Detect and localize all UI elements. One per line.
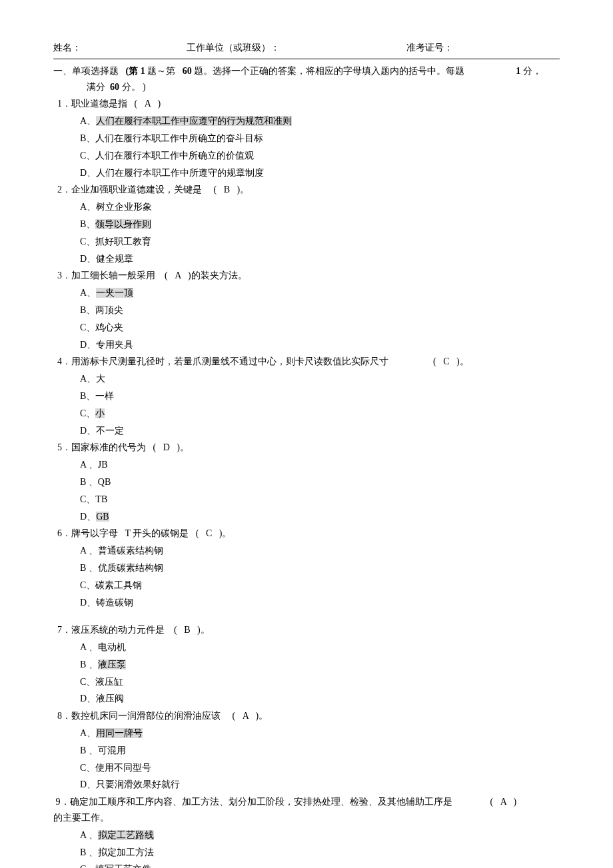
q5-opt-b: B 、QB bbox=[80, 474, 560, 490]
exam-no-label: 准考证号： bbox=[406, 40, 453, 56]
q8-opt-b: B 、可混用 bbox=[80, 743, 560, 759]
q7-opt-a: A 、电动机 bbox=[80, 640, 560, 655]
paren-close: )。 bbox=[256, 711, 269, 721]
section-text: 1 bbox=[141, 66, 145, 76]
section-text: 1 bbox=[516, 66, 520, 76]
section-text: 题～第 bbox=[147, 66, 175, 76]
q4-options: A、大 B、一样 C、小 D、不一定 bbox=[80, 371, 560, 438]
q2-answer: B bbox=[224, 185, 230, 195]
q7-opt-c: C、液压缸 bbox=[80, 674, 560, 690]
q8-stem: 8．数控机床同一润滑部位的润滑油应该 bbox=[57, 711, 221, 721]
section-text: (第 bbox=[126, 66, 139, 76]
q2-opt-d: D、健全规章 bbox=[80, 251, 560, 267]
opt-prefix: C、 bbox=[80, 408, 95, 418]
question-9: 9．确定加工顺序和工序内容、加工方法、划分加工阶段，安排热处理、检验、及其他辅助… bbox=[53, 794, 560, 826]
q6-opt-d: D、铸造碳钢 bbox=[80, 595, 560, 611]
question-7: 7．液压系统的动力元件是 ( B )。 bbox=[57, 622, 560, 638]
q5-answer: D bbox=[163, 442, 170, 452]
section-title: 一、单项选择题 (第 1 题～第 60 题。选择一个正确的答案，将相应的字母填入… bbox=[53, 63, 560, 95]
q3-options: A、一夹一顶 B、两顶尖 C、鸡心夹 D、专用夹具 bbox=[80, 285, 560, 352]
paren-close: )。 bbox=[219, 528, 232, 538]
q2-stem: 2．企业加强职业道德建设，关键是 bbox=[57, 185, 202, 195]
section-text: 分。 ) bbox=[122, 82, 146, 92]
question-5: 5．国家标准的代号为 ( D )。 bbox=[57, 440, 560, 456]
question-6: 6．牌号以字母 T 开头的碳钢是 ( C )。 bbox=[57, 526, 560, 542]
q5-stem: 5．国家标准的代号为 bbox=[57, 442, 146, 452]
q8-opt-d: D、只要润滑效果好就行 bbox=[80, 777, 560, 793]
q9-opt-a: A 、拟定工艺路线 bbox=[80, 827, 560, 843]
q6-answer: C bbox=[206, 528, 212, 538]
q7-opt-b: B 、液压泵 bbox=[80, 657, 560, 673]
question-3: 3．加工细长轴一般采用 ( A )的装夹方法。 bbox=[57, 268, 560, 284]
q3-opt-c: C、鸡心夹 bbox=[80, 320, 560, 336]
opt-prefix: B、 bbox=[80, 219, 95, 229]
opt-text-highlight: 小 bbox=[95, 408, 105, 418]
question-1: 1．职业道德是指 ( A ) bbox=[57, 96, 560, 112]
q8-answer: A bbox=[243, 711, 249, 721]
opt-prefix: A、 bbox=[80, 116, 96, 126]
paren-close: ) bbox=[158, 99, 161, 109]
paren-open: ( bbox=[196, 528, 199, 538]
q2-opt-c: C、抓好职工教育 bbox=[80, 234, 560, 250]
q6-stem: 6．牌号以字母 bbox=[57, 528, 118, 538]
q6-options: A 、普通碳素结构钢 B 、优质碳素结构钢 C、碳素工具钢 D、铸造碳钢 bbox=[80, 543, 560, 610]
q3-opt-b: B、两顶尖 bbox=[80, 302, 560, 318]
exam-header: 姓名： 工作单位（或班级）： 准考证号： bbox=[53, 40, 560, 56]
opt-text-highlight: 拟定工艺路线 bbox=[98, 830, 154, 840]
paren-close: )。 bbox=[197, 625, 210, 635]
q9-stem: 9．确定加工顺序和工序内容、加工方法、划分加工阶段，安排热处理、检验、及其他辅助… bbox=[56, 797, 452, 807]
paren-open: ( bbox=[433, 356, 436, 366]
q1-answer: A bbox=[145, 99, 151, 109]
q4-opt-c: C、小 bbox=[80, 406, 560, 422]
section-text: 分， bbox=[523, 66, 542, 76]
q3-opt-a: A、一夹一顶 bbox=[80, 285, 560, 301]
q5-opt-d: D、GB bbox=[80, 509, 560, 525]
q1-opt-b: B、人们在履行本职工作中所确立的奋斗目标 bbox=[80, 131, 560, 147]
q4-stem: 4．用游标卡尺测量孔径时，若量爪测量线不通过中心，则卡尺读数值比实际尺寸 bbox=[57, 356, 388, 366]
opt-prefix: B 、 bbox=[80, 659, 98, 669]
section-text: 满分 bbox=[87, 82, 105, 92]
q9-tail: 的主要工作。 bbox=[53, 813, 109, 823]
opt-text-highlight: GB bbox=[96, 512, 109, 522]
q7-opt-d: D、液压阀 bbox=[80, 691, 560, 707]
paren-open: ( bbox=[153, 442, 157, 452]
q1-opt-a: A、人们在履行本职工作中应遵守的行为规范和准则 bbox=[80, 113, 560, 129]
q4-opt-d: D、不一定 bbox=[80, 423, 560, 439]
q6-stem2: T 开头的碳钢是 bbox=[125, 528, 189, 538]
section-text: 60 bbox=[183, 66, 192, 76]
section-text: 60 bbox=[110, 82, 119, 92]
q4-opt-b: B、一样 bbox=[80, 388, 560, 404]
opt-prefix: A、 bbox=[80, 288, 96, 298]
opt-text-highlight: 领导以身作则 bbox=[95, 219, 151, 229]
question-2: 2．企业加强职业道德建设，关键是 ( B )。 bbox=[57, 182, 560, 198]
paren-close: )。 bbox=[177, 442, 189, 452]
header-divider bbox=[53, 59, 560, 59]
q1-options: A、人们在履行本职工作中应遵守的行为规范和准则 B、人们在履行本职工作中所确立的… bbox=[80, 113, 560, 181]
q3-opt-d: D、专用夹具 bbox=[80, 337, 560, 353]
q2-opt-b: B、领导以身作则 bbox=[80, 217, 560, 232]
q7-stem: 7．液压系统的动力元件是 bbox=[57, 625, 165, 635]
question-8: 8．数控机床同一润滑部位的润滑油应该 ( A )。 bbox=[57, 708, 560, 724]
q9-options: A 、拟定工艺路线 B 、拟定加工方法 C、填写工艺文件 bbox=[80, 827, 560, 868]
q1-opt-c: C、人们在履行本职工作中所确立的价值观 bbox=[80, 148, 560, 164]
paren-close: )的装夹方法。 bbox=[188, 270, 247, 280]
paren-open: ( bbox=[214, 185, 217, 195]
opt-text-highlight: 一夹一顶 bbox=[96, 288, 133, 298]
q3-stem: 3．加工细长轴一般采用 bbox=[57, 270, 155, 280]
q4-answer: C bbox=[443, 356, 449, 366]
q6-opt-b: B 、优质碳素结构钢 bbox=[80, 560, 560, 576]
q8-options: A、用同一牌号 B 、可混用 C、使用不同型号 D、只要润滑效果好就行 bbox=[80, 725, 560, 793]
q3-answer: A bbox=[175, 270, 181, 280]
opt-prefix: A 、 bbox=[80, 830, 98, 840]
q5-options: A 、JB B 、QB C、TB D、GB bbox=[80, 457, 560, 524]
paren-close: ) bbox=[514, 797, 517, 807]
opt-prefix: D、 bbox=[80, 512, 96, 522]
section-line1: 一、单项选择题 (第 1 题～第 60 题。选择一个正确的答案，将相应的字母填入… bbox=[53, 63, 560, 79]
q7-options: A 、电动机 B 、液压泵 C、液压缸 D、液压阀 bbox=[80, 640, 560, 707]
paren-close: )。 bbox=[456, 356, 469, 366]
q2-options: A、树立企业形象 B、领导以身作则 C、抓好职工教育 D、健全规章 bbox=[80, 199, 560, 266]
name-label: 姓名： bbox=[53, 40, 187, 56]
q7-answer: B bbox=[184, 625, 190, 635]
q9-opt-c: C、填写工艺文件 bbox=[80, 861, 560, 868]
q8-opt-a: A、用同一牌号 bbox=[80, 725, 560, 741]
